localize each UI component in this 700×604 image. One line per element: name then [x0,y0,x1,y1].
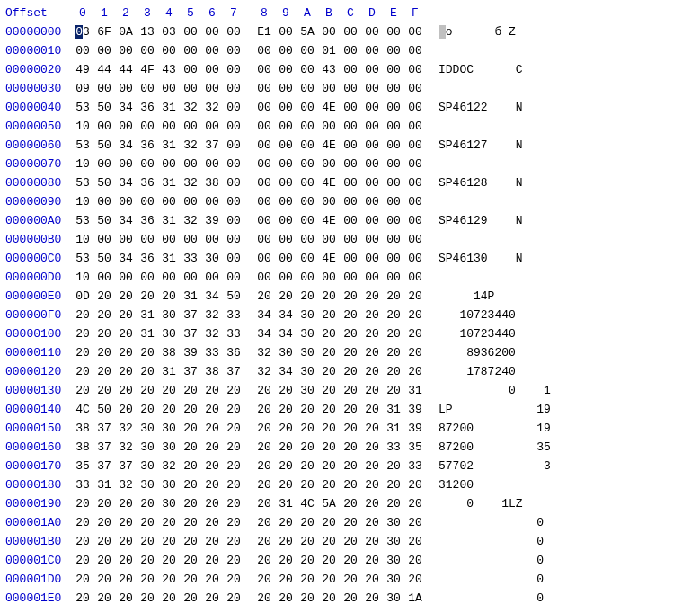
hex-byte[interactable]: 34 [253,324,275,343]
hex-byte[interactable]: 20 [158,400,180,419]
offset-cell[interactable]: 00000080 [4,173,72,192]
hex-byte[interactable]: 4E [318,211,340,230]
hex-byte[interactable]: 00 [201,155,223,173]
hex-byte[interactable]: 00 [297,173,318,192]
hex-byte[interactable]: 00 [340,173,361,192]
hex-byte[interactable]: 00 [253,173,275,192]
hex-byte[interactable]: 20 [253,419,275,438]
hex-byte[interactable]: 00 [383,79,404,98]
hex-byte[interactable]: 20 [201,532,223,551]
ascii-cell[interactable]: 0 [439,551,551,570]
hex-byte[interactable]: 20 [93,343,115,362]
hex-byte[interactable]: 33 [223,324,244,343]
hex-byte[interactable]: 20 [340,287,361,306]
hex-byte[interactable]: 20 [275,419,297,438]
hex-byte[interactable]: 31 [404,381,426,400]
ascii-cell[interactable]: 14P [439,287,551,306]
hex-byte[interactable]: 20 [340,570,361,589]
offset-cell[interactable]: 00000040 [4,98,72,117]
hex-byte[interactable]: 34 [275,324,297,343]
hex-byte[interactable]: 00 [404,192,426,211]
hex-byte[interactable]: 20 [340,494,361,513]
hex-byte[interactable]: 20 [180,532,201,551]
hex-byte[interactable]: 00 [297,79,318,98]
hex-byte[interactable]: 20 [137,343,158,362]
hex-byte[interactable]: 32 [158,457,180,475]
hex-byte[interactable]: 00 [297,60,318,79]
hex-byte[interactable]: 20 [201,494,223,513]
hex-byte[interactable]: 00 [223,41,244,60]
hex-byte[interactable]: 34 [275,362,297,381]
hex-byte[interactable]: 31 [137,306,158,324]
ascii-cell[interactable]: o б Z [439,22,551,41]
hex-byte[interactable]: 20 [72,381,93,400]
hex-byte[interactable]: 10 [72,230,93,249]
offset-cell[interactable]: 000001D0 [4,570,72,589]
hex-byte[interactable]: 00 [93,41,115,60]
hex-byte[interactable]: 50 [93,400,115,419]
hex-byte[interactable]: 32 [180,98,201,117]
hex-byte[interactable]: 00 [275,173,297,192]
offset-cell[interactable]: 00000130 [4,381,72,400]
hex-byte[interactable]: 00 [297,41,318,60]
hex-byte[interactable]: 20 [318,306,340,324]
ascii-cell[interactable]: 0 1LZ [439,494,551,513]
hex-byte[interactable]: 00 [383,230,404,249]
hex-byte[interactable]: 00 [361,41,383,60]
hex-byte[interactable]: 00 [223,60,244,79]
hex-byte[interactable]: 20 [340,419,361,438]
hex-byte[interactable]: 00 [137,155,158,173]
ascii-cell[interactable]: 0 1 [439,381,551,400]
hex-byte[interactable]: 00 [137,192,158,211]
hex-byte[interactable]: 20 [383,324,404,343]
offset-cell[interactable]: 000000C0 [4,249,72,268]
hex-byte[interactable]: 36 [137,98,158,117]
ascii-cell[interactable] [439,117,551,136]
hex-byte[interactable]: 20 [275,287,297,306]
hex-byte[interactable]: 00 [137,117,158,136]
hex-byte[interactable]: 44 [93,60,115,79]
hex-byte[interactable]: 38 [72,438,93,457]
hex-byte[interactable]: 20 [180,570,201,589]
hex-byte[interactable]: 20 [93,494,115,513]
hex-byte[interactable]: 30 [383,513,404,532]
hex-byte[interactable]: 20 [318,419,340,438]
hex-byte[interactable]: 20 [158,570,180,589]
hex-byte[interactable]: 50 [93,211,115,230]
hex-byte[interactable]: 20 [340,589,361,604]
hex-byte[interactable]: 39 [404,419,426,438]
hex-byte[interactable]: 37 [93,438,115,457]
hex-byte[interactable]: 00 [137,41,158,60]
hex-byte[interactable]: 20 [340,400,361,419]
hex-byte[interactable]: 20 [340,438,361,457]
hex-byte[interactable]: 20 [361,306,383,324]
hex-byte[interactable]: 31 [158,98,180,117]
hex-byte[interactable]: 00 [340,249,361,268]
hex-byte[interactable]: 20 [137,589,158,604]
hex-byte[interactable]: 20 [297,570,318,589]
hex-byte[interactable]: 20 [404,551,426,570]
hex-byte[interactable]: 00 [180,79,201,98]
hex-byte[interactable]: 20 [340,475,361,494]
hex-byte[interactable]: 4F [137,60,158,79]
hex-byte[interactable]: 00 [404,60,426,79]
hex-byte[interactable]: 30 [383,589,404,604]
hex-byte[interactable]: 00 [201,192,223,211]
hex-byte[interactable]: 38 [201,362,223,381]
hex-byte[interactable]: 30 [137,438,158,457]
hex-byte[interactable]: 00 [201,60,223,79]
hex-byte[interactable]: 31 [93,475,115,494]
hex-byte[interactable]: 00 [223,192,244,211]
hex-byte[interactable]: 33 [404,457,426,475]
hex-byte[interactable]: 31 [158,173,180,192]
hex-byte[interactable]: 00 [158,155,180,173]
hex-byte[interactable]: 00 [180,60,201,79]
hex-byte[interactable]: 20 [340,306,361,324]
hex-byte[interactable]: 20 [361,362,383,381]
hex-byte[interactable]: 20 [253,551,275,570]
hex-byte[interactable]: 33 [223,306,244,324]
hex-byte[interactable]: 09 [72,79,93,98]
hex-byte[interactable]: 53 [72,249,93,268]
hex-byte[interactable]: 00 [93,155,115,173]
hex-byte[interactable]: 00 [361,98,383,117]
